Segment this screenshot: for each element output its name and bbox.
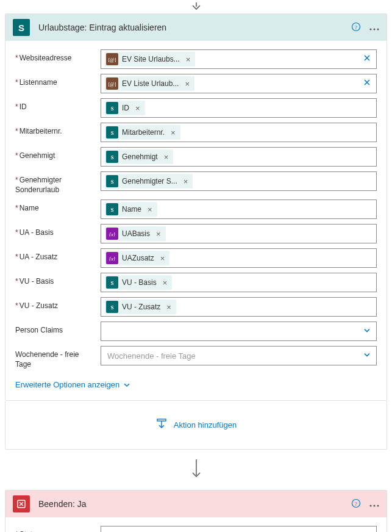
token-text: Genehmigt bbox=[122, 153, 158, 161]
token-remove-icon[interactable]: × bbox=[154, 229, 163, 239]
add-action-button[interactable]: Aktion hinzufügen bbox=[5, 401, 387, 450]
field-input[interactable]: SID× bbox=[101, 98, 377, 118]
field-input[interactable]: SName× bbox=[101, 200, 377, 219]
status-dropdown[interactable]: Erfolgreich bbox=[101, 526, 377, 532]
field-input[interactable]: {x}UAZusatz× bbox=[101, 248, 377, 268]
dynamic-content-token[interactable]: SVU - Basis× bbox=[105, 275, 172, 290]
dynamic-content-token[interactable]: SMitarbeiternr.× bbox=[105, 125, 180, 140]
token-remove-icon[interactable]: × bbox=[158, 254, 168, 263]
token-text: VU - Basis bbox=[122, 278, 157, 287]
clear-icon[interactable] bbox=[363, 54, 371, 65]
field-row-status: *Status Erfolgreich bbox=[15, 526, 377, 532]
dynamic-content-token[interactable]: SID× bbox=[105, 101, 145, 115]
field-input[interactable]: [@]EV Liste Urlaub...× bbox=[101, 74, 377, 93]
token-text: Name bbox=[122, 205, 141, 214]
field-input[interactable]: SGenehmigt× bbox=[101, 147, 377, 167]
svg-text:S: S bbox=[110, 280, 113, 286]
svg-text:S: S bbox=[110, 154, 113, 160]
terminate-icon bbox=[13, 495, 30, 512]
token-remove-icon[interactable]: × bbox=[182, 79, 192, 88]
field-input[interactable]: SVU - Zusatz× bbox=[101, 297, 377, 317]
token-remove-icon[interactable]: × bbox=[160, 278, 170, 287]
field-input[interactable]: SVU - Basis× bbox=[101, 273, 377, 292]
field-row: *UA - Zusatz{x}UAZusatz× bbox=[15, 248, 377, 268]
svg-text:{x}: {x} bbox=[109, 256, 116, 262]
chevron-down-icon bbox=[363, 351, 371, 361]
svg-text:?: ? bbox=[355, 500, 357, 506]
advanced-options-toggle[interactable]: Erweiterte Optionen anzeigen bbox=[15, 380, 130, 389]
token-type-icon: {x} bbox=[106, 252, 118, 264]
action-card-update-item: S Urlaubstage: Eintrag aktualisieren ? *… bbox=[5, 13, 387, 401]
token-remove-icon[interactable]: × bbox=[168, 128, 178, 137]
token-text: Mitarbeiternr. bbox=[122, 128, 165, 137]
token-text: UABasis bbox=[122, 229, 150, 238]
field-row: *Mitarbeiternr.SMitarbeiternr.× bbox=[15, 123, 377, 142]
dynamic-content-token[interactable]: SGenehmigt× bbox=[105, 149, 173, 164]
field-label: *Genehmigt bbox=[15, 147, 94, 161]
token-text: UAZusatz bbox=[122, 254, 154, 262]
token-remove-icon[interactable]: × bbox=[145, 205, 155, 214]
token-type-icon: S bbox=[106, 203, 118, 215]
dynamic-content-token[interactable]: {x}UAZusatz× bbox=[105, 251, 169, 265]
svg-text:[@]: [@] bbox=[109, 82, 116, 87]
field-label: *Name bbox=[15, 200, 94, 214]
dynamic-content-token[interactable]: SName× bbox=[105, 202, 157, 217]
flow-arrow-bottom bbox=[5, 450, 387, 490]
token-text: Genehmigter S... bbox=[122, 177, 177, 185]
svg-text:S: S bbox=[110, 130, 113, 136]
action-card-body: *Websiteadresse[@]EV Site Urlaubs...×*Li… bbox=[5, 41, 387, 400]
more-icon[interactable] bbox=[369, 23, 379, 32]
field-row: *Genehmigter SonderurlaubSGenehmigter S.… bbox=[15, 171, 377, 195]
svg-point-3 bbox=[373, 28, 375, 30]
token-remove-icon[interactable]: × bbox=[162, 153, 171, 162]
dynamic-content-token[interactable]: SGenehmigter S...× bbox=[105, 174, 193, 189]
more-icon[interactable] bbox=[369, 500, 379, 509]
field-label: Wochenende - freie Tage bbox=[15, 346, 94, 369]
dynamic-content-token[interactable]: [@]EV Liste Urlaub...× bbox=[105, 76, 194, 91]
token-type-icon: [@] bbox=[106, 53, 118, 65]
svg-text:S: S bbox=[110, 207, 113, 213]
token-text: EV Site Urlaubs... bbox=[122, 55, 180, 63]
clear-icon[interactable] bbox=[363, 78, 371, 89]
field-label: Person Claims bbox=[15, 322, 94, 336]
token-remove-icon[interactable]: × bbox=[133, 104, 143, 113]
token-remove-icon[interactable]: × bbox=[181, 177, 191, 186]
token-type-icon: S bbox=[106, 102, 118, 114]
token-remove-icon[interactable]: × bbox=[164, 303, 174, 312]
advanced-options-label: Erweiterte Optionen anzeigen bbox=[15, 380, 119, 389]
dynamic-content-token[interactable]: {x}UABasis× bbox=[105, 226, 166, 241]
svg-text:S: S bbox=[110, 304, 113, 311]
field-input[interactable]: {x}UABasis× bbox=[101, 224, 377, 243]
field-row: *Websiteadresse[@]EV Site Urlaubs...× bbox=[15, 49, 377, 69]
sharepoint-icon: S bbox=[13, 19, 30, 36]
field-input[interactable]: SGenehmigter S...× bbox=[101, 171, 377, 191]
token-type-icon: S bbox=[106, 276, 118, 289]
field-dropdown[interactable] bbox=[101, 322, 377, 341]
token-text: VU - Zusatz bbox=[122, 303, 160, 311]
field-label: *UA - Zusatz bbox=[15, 248, 94, 262]
token-type-icon: S bbox=[106, 151, 118, 163]
field-input[interactable]: [@]EV Site Urlaubs...× bbox=[101, 49, 377, 69]
field-row: *IDSID× bbox=[15, 98, 377, 118]
action-card-title: Beenden: Ja bbox=[38, 499, 343, 509]
help-icon[interactable]: ? bbox=[351, 498, 361, 510]
field-label: *Mitarbeiternr. bbox=[15, 123, 94, 137]
field-row: Wochenende - freie TageWochenende - frei… bbox=[15, 346, 377, 369]
dynamic-content-token[interactable]: [@]EV Site Urlaubs...× bbox=[105, 52, 195, 66]
help-icon[interactable]: ? bbox=[351, 22, 361, 34]
field-input[interactable]: SMitarbeiternr.× bbox=[101, 123, 377, 142]
action-card-title: Urlaubstage: Eintrag aktualisieren bbox=[38, 23, 343, 32]
field-row: *Listenname[@]EV Liste Urlaub...× bbox=[15, 74, 377, 93]
action-card-header[interactable]: Beenden: Ja ? bbox=[5, 491, 387, 517]
dynamic-content-token[interactable]: SVU - Zusatz× bbox=[105, 300, 176, 314]
action-card-terminate: Beenden: Ja ? *Status Erfolgreich bbox=[5, 490, 387, 532]
field-dropdown[interactable]: Wochenende - freie Tage bbox=[101, 346, 377, 365]
flow-arrow-top bbox=[5, 0, 387, 13]
token-type-icon: S bbox=[106, 175, 118, 187]
token-remove-icon[interactable]: × bbox=[184, 55, 193, 64]
token-text: EV Liste Urlaub... bbox=[122, 79, 179, 88]
field-row: *NameSName× bbox=[15, 200, 377, 219]
action-card-header[interactable]: S Urlaubstage: Eintrag aktualisieren ? bbox=[5, 14, 387, 41]
svg-rect-16 bbox=[157, 419, 166, 421]
token-type-icon: S bbox=[106, 126, 118, 138]
